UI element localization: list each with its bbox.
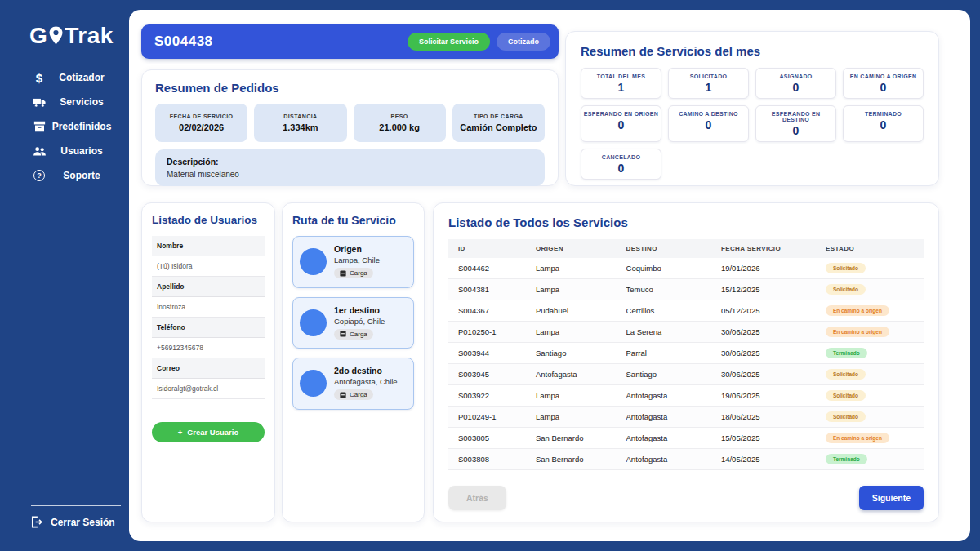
- status-badge: En camino a origen: [826, 433, 889, 443]
- stop-title: 1er destino: [334, 305, 385, 315]
- cargo-tag: Carga: [334, 329, 373, 340]
- table-row[interactable]: P010250-1LampaLa Serena30/06/2025 En cam…: [448, 322, 924, 343]
- sidebar-item-label: Usuarios: [47, 145, 116, 157]
- table-row[interactable]: S004381LampaTemuco15/12/2025 Solicitado: [448, 279, 924, 300]
- user-field-value: Isidoralgt@gotrak.cl: [152, 379, 265, 399]
- status-badge: En camino a origen: [826, 305, 889, 316]
- column-header-origen: ORIGEN: [529, 239, 620, 258]
- sidebar-item-servicios[interactable]: Servicios: [0, 90, 129, 114]
- user-field-label: Nombre: [152, 236, 265, 256]
- description-box: Descripción: Material miscelaneo: [155, 149, 545, 186]
- services-table: ID ORIGEN DESTINO FECHA SERVICIO ESTADO …: [448, 239, 924, 470]
- divider: [31, 505, 121, 506]
- table-row[interactable]: P010249-1LampaAntofagasta18/06/2025 Soli…: [448, 407, 924, 428]
- user-fields: Nombre (Tú) Isidora Apellido Inostroza T…: [152, 236, 265, 399]
- status-badge: Terminado: [826, 454, 867, 464]
- logo-text-g: G: [29, 23, 47, 49]
- stat-en-camino-a-origen: EN CAMINO A ORIGEN0: [843, 68, 924, 99]
- table-row[interactable]: S004367PudahuelCerrillos05/12/2025 En ca…: [448, 300, 924, 322]
- sidebar: G Trak $ Cotizador Servicios Predef: [0, 0, 129, 551]
- status-badge: Solicitado: [826, 284, 866, 295]
- status-badge: Solicitado: [826, 390, 866, 401]
- gotrak-dashboard: G Trak $ Cotizador Servicios Predef: [0, 0, 980, 551]
- logout-icon: [31, 516, 42, 528]
- route-stop-2do-destino: 2do destino Antofagasta, Chile Carga: [292, 358, 414, 410]
- status-badge: Terminado: [826, 348, 867, 358]
- table-row[interactable]: S003944SantiagoParral30/06/2025 Terminad…: [448, 343, 924, 364]
- create-user-button[interactable]: +Crear Usuario: [152, 422, 265, 442]
- description-label: Descripción:: [167, 157, 533, 167]
- sidebar-item-label: Cotizador: [47, 72, 116, 83]
- solicitar-servicio-button[interactable]: Solicitar Servicio: [408, 33, 490, 51]
- status-badge: En camino a origen: [826, 327, 889, 337]
- logout-label: Cerrar Sesión: [51, 517, 115, 528]
- user-field-value: Inostroza: [152, 297, 265, 318]
- stat-total-del-mes: TOTAL DEL MES1: [581, 68, 662, 99]
- sidebar-menu: $ Cotizador Servicios Predefinidos Usua: [0, 65, 129, 188]
- box-icon: [31, 121, 47, 132]
- table-row[interactable]: S004462LampaCoquimbo19/01/2026 Solicitad…: [448, 258, 924, 279]
- route-dot-icon: [300, 370, 327, 397]
- cargo-box-icon: [340, 392, 346, 398]
- route-dot-icon: [300, 248, 327, 275]
- logout-button[interactable]: Cerrar Sesión: [31, 516, 121, 528]
- cargo-box-icon: [340, 270, 346, 277]
- cargo-box-icon: [340, 331, 346, 337]
- cotizado-status-button[interactable]: Cotizado: [497, 33, 550, 51]
- map-pin-icon: [48, 25, 64, 47]
- sidebar-item-cotizador[interactable]: $ Cotizador: [0, 65, 129, 90]
- field-fecha-servicio: FECHA DE SERVICIO 02/02/2026: [155, 104, 247, 142]
- table-row[interactable]: S003805San BernardoAntofagasta15/05/2025…: [448, 428, 924, 449]
- service-id: S004438: [154, 33, 408, 50]
- stat-terminado: TERMINADO0: [843, 105, 924, 142]
- order-summary-card: Resumen de Pedidos FECHA DE SERVICIO 02/…: [141, 69, 559, 186]
- column-header-destino: DESTINO: [620, 239, 715, 258]
- pagination: Atrás Siguiente: [448, 486, 924, 510]
- stat-esperando-en-origen: ESPERANDO EN ORIGEN0: [581, 105, 662, 142]
- order-summary-title: Resumen de Pedidos: [155, 81, 545, 95]
- route-dot-icon: [300, 309, 327, 336]
- column-header-estado: ESTADO: [819, 239, 924, 258]
- table-row[interactable]: S003808San BernardoAntofagasta14/05/2025…: [448, 449, 924, 470]
- route-card: Ruta de tu Servicio Origen Lampa, Chile …: [282, 202, 425, 522]
- table-row[interactable]: S003922LampaAntofagasta19/06/2025 Solici…: [448, 385, 924, 407]
- back-button[interactable]: Atrás: [448, 486, 506, 510]
- stop-title: Origen: [334, 244, 380, 254]
- table-header-row: ID ORIGEN DESTINO FECHA SERVICIO ESTADO: [448, 239, 924, 258]
- help-icon: ?: [31, 170, 47, 181]
- status-badge: Solicitado: [826, 263, 866, 273]
- cargo-tag: Carga: [334, 268, 373, 278]
- status-badge: Solicitado: [826, 369, 866, 380]
- route-stop-origen: Origen Lampa, Chile Carga: [292, 236, 414, 288]
- services-card-title: Listado de Todos los Servicios: [448, 216, 924, 229]
- users-card: Listado de Usuarios Nombre (Tú) Isidora …: [141, 202, 275, 522]
- stat-camino-a-destino: CAMINO A DESTINO0: [668, 105, 749, 142]
- user-field-value: +56912345678: [152, 338, 265, 358]
- stat-asignado: ASIGNADO0: [755, 68, 836, 99]
- users-card-title: Listado de Usuarios: [152, 214, 265, 226]
- stats-grid: TOTAL DEL MES1 SOLICITADO1 ASIGNADO0 EN …: [581, 68, 924, 180]
- user-field-label: Correo: [152, 358, 265, 379]
- create-user-label: Crear Usuario: [187, 428, 238, 437]
- description-value: Material miscelaneo: [167, 170, 533, 179]
- field-tipo-carga: TIPO DE CARGA Camión Completo: [452, 104, 545, 142]
- sidebar-item-usuarios[interactable]: Usuarios: [0, 139, 129, 163]
- table-row[interactable]: S003945AntofagastaSantiago30/06/2025 Sol…: [448, 364, 924, 385]
- cargo-tag: Carga: [334, 389, 373, 400]
- column-header-fecha: FECHA SERVICIO: [715, 239, 819, 258]
- main-panel: S004438 Solicitar Servicio Cotizado Resu…: [129, 10, 970, 541]
- status-badge: Solicitado: [826, 411, 866, 422]
- stat-solicitado: SOLICITADO1: [668, 68, 749, 99]
- user-field-value: (Tú) Isidora: [152, 256, 265, 277]
- sidebar-item-soporte[interactable]: ? Soporte: [0, 163, 129, 188]
- truck-icon: [31, 97, 47, 108]
- stop-location: Antofagasta, Chile: [334, 377, 398, 386]
- sidebar-item-predefinidos[interactable]: Predefinidos: [0, 114, 129, 139]
- stat-cancelado: CANCELADO0: [581, 149, 662, 180]
- stop-location: Copiapó, Chile: [334, 317, 385, 326]
- route-stop-1er-destino: 1er destino Copiapó, Chile Carga: [292, 297, 414, 349]
- next-button[interactable]: Siguiente: [859, 486, 924, 510]
- gotrak-logo: G Trak: [29, 23, 114, 49]
- logout-section: Cerrar Sesión: [31, 505, 121, 528]
- service-header-bar: S004438 Solicitar Servicio Cotizado: [141, 24, 559, 59]
